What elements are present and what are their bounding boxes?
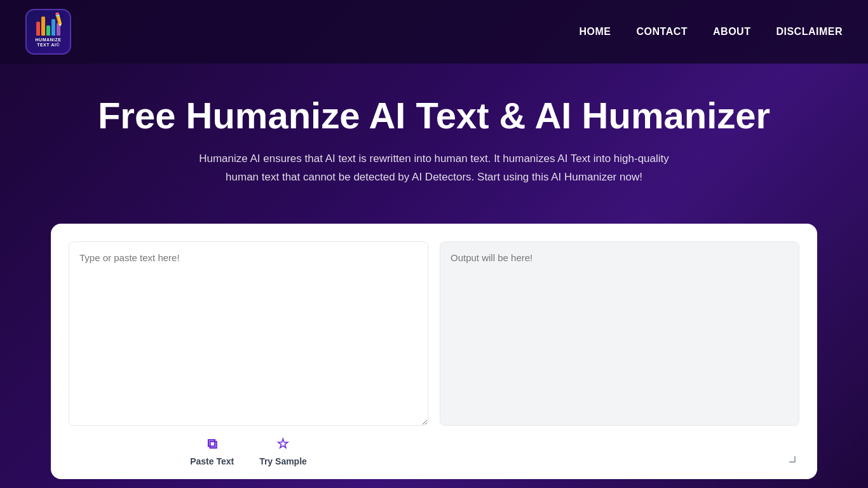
header: ✏️ HUMANIZETEXT AI© HOME CONTACT ABOUT D… xyxy=(0,0,868,64)
output-panel xyxy=(440,241,799,466)
paste-text-button[interactable]: ⧉ Paste Text xyxy=(190,436,234,466)
try-sample-button[interactable]: ☆ Try Sample xyxy=(259,436,307,466)
tool-panels: ⧉ Paste Text ☆ Try Sample xyxy=(69,241,799,466)
nav-contact[interactable]: CONTACT xyxy=(637,26,688,37)
sample-label: Try Sample xyxy=(259,456,307,466)
tool-card: ⧉ Paste Text ☆ Try Sample xyxy=(51,224,817,479)
bar-3 xyxy=(46,25,50,36)
input-textarea-wrapper xyxy=(69,241,428,426)
input-panel: ⧉ Paste Text ☆ Try Sample xyxy=(69,241,428,466)
hero-subtitle: Humanize AI ensures that AI text is rewr… xyxy=(186,150,682,187)
logo-text: HUMANIZETEXT AI© xyxy=(36,37,62,47)
bar-2 xyxy=(41,17,45,36)
nav-home[interactable]: HOME xyxy=(580,26,611,37)
bar-1 xyxy=(36,22,40,36)
nav-about[interactable]: ABOUT xyxy=(713,26,750,37)
nav-disclaimer[interactable]: DISCLAIMER xyxy=(776,26,843,37)
output-textarea-wrapper xyxy=(440,241,799,426)
logo-box: ✏️ HUMANIZETEXT AI© xyxy=(25,9,71,55)
output-textarea xyxy=(440,242,799,425)
hero-section: Free Humanize AI Text & AI Humanizer Hum… xyxy=(0,64,868,206)
main-nav: HOME CONTACT ABOUT DISCLAIMER xyxy=(580,26,843,37)
panel-actions: ⧉ Paste Text ☆ Try Sample xyxy=(69,436,428,466)
paste-icon: ⧉ xyxy=(207,436,217,452)
star-icon: ☆ xyxy=(276,436,289,452)
hero-title: Free Humanize AI Text & AI Humanizer xyxy=(25,95,843,136)
logo: ✏️ HUMANIZETEXT AI© xyxy=(25,9,71,55)
paste-label: Paste Text xyxy=(190,456,234,466)
input-textarea[interactable] xyxy=(69,242,428,425)
